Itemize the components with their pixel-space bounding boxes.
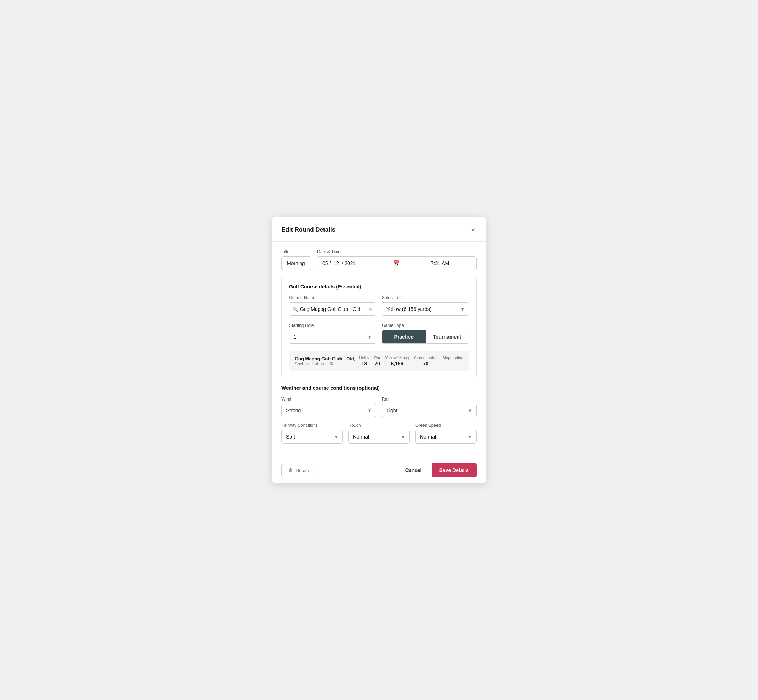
- rough-label: Rough: [348, 423, 410, 428]
- course-info-box: Gog Magog Golf Club - Old, Shelford Bott…: [289, 351, 469, 371]
- course-name-label: Course Name: [289, 295, 376, 300]
- course-tee-row: Course Name 🔍 ✕ Select Tee Yellow (6,156…: [289, 295, 469, 316]
- select-tee-label: Select Tee: [382, 295, 469, 300]
- golf-course-section: Golf Course details (Essential) Course N…: [282, 277, 476, 378]
- time-input[interactable]: [404, 257, 476, 270]
- fairway-label: Fairway Conditions: [282, 423, 343, 428]
- save-details-button[interactable]: Save Details: [432, 463, 477, 477]
- par-label: Par: [374, 356, 380, 360]
- wind-rain-row: Wind Strong ▼ Rain Light ▼: [282, 397, 476, 417]
- slope-rating-value: -: [452, 361, 454, 366]
- calendar-icon-wrap: 📅: [390, 257, 404, 270]
- title-input[interactable]: [282, 256, 312, 270]
- course-rating-value: 70: [423, 361, 429, 366]
- delete-button[interactable]: 🗑 Delete: [282, 464, 316, 477]
- course-info-location: Shelford Bottom, UK: [294, 361, 355, 366]
- datetime-field: Date & Time 📅: [317, 249, 476, 270]
- modal-title: Edit Round Details: [282, 226, 335, 233]
- date-input[interactable]: [318, 257, 390, 270]
- modal-body: Title Date & Time 📅 Golf Course details …: [272, 242, 486, 457]
- course-info-name-block: Gog Magog Golf Club - Old, Shelford Bott…: [294, 356, 355, 366]
- game-type-label: Game Type: [382, 323, 469, 328]
- yards-label: Yards(Yellow): [385, 356, 409, 360]
- green-speed-dropdown[interactable]: Normal: [415, 430, 476, 444]
- slope-rating-label: Slope rating: [442, 356, 464, 360]
- yards-stat: Yards(Yellow) 6,156: [385, 356, 409, 366]
- fairway-field: Fairway Conditions Soft ▼: [282, 423, 343, 444]
- modal-header: Edit Round Details ×: [272, 217, 486, 242]
- golf-course-section-title: Golf Course details (Essential): [289, 284, 469, 289]
- edit-round-modal: Edit Round Details × Title Date & Time 📅: [272, 217, 486, 483]
- course-name-input[interactable]: [289, 302, 376, 316]
- hole-gametype-row: Starting Hole 1 ▼ Game Type Practice Tou…: [289, 323, 469, 344]
- game-type-field: Game Type Practice Tournament: [382, 323, 469, 344]
- course-name-wrap: 🔍 ✕: [289, 302, 376, 316]
- trash-icon: 🗑: [288, 468, 293, 473]
- weather-section-title: Weather and course conditions (optional): [282, 385, 476, 391]
- close-button[interactable]: ×: [469, 225, 476, 235]
- date-time-group: 📅: [317, 256, 476, 270]
- green-speed-label: Green Speed: [415, 423, 476, 428]
- course-rating-label: Course rating: [414, 356, 437, 360]
- rough-select-wrap: Normal ▼: [348, 430, 410, 444]
- modal-footer: 🗑 Delete Cancel Save Details: [272, 457, 486, 483]
- course-rating-stat: Course rating 70: [414, 356, 437, 366]
- wind-select-wrap: Strong ▼: [282, 404, 376, 417]
- tournament-toggle-button[interactable]: Tournament: [426, 330, 469, 343]
- par-stat: Par 70: [374, 356, 380, 366]
- starting-hole-label: Starting Hole: [289, 323, 376, 328]
- slope-rating-stat: Slope rating -: [442, 356, 464, 366]
- title-field: Title: [282, 249, 312, 270]
- starting-hole-wrap: 1 ▼: [289, 330, 376, 344]
- title-label: Title: [282, 249, 312, 254]
- starting-hole-field: Starting Hole 1 ▼: [289, 323, 376, 344]
- wind-dropdown[interactable]: Strong: [282, 404, 376, 417]
- rain-label: Rain: [382, 397, 476, 402]
- cancel-button[interactable]: Cancel: [401, 464, 426, 477]
- datetime-label: Date & Time: [317, 249, 476, 254]
- yards-value: 6,156: [391, 361, 403, 366]
- wind-field: Wind Strong ▼: [282, 397, 376, 417]
- rough-dropdown[interactable]: Normal: [348, 430, 410, 444]
- calendar-icon: 📅: [393, 260, 400, 266]
- par-value: 70: [374, 361, 380, 366]
- starting-hole-dropdown[interactable]: 1: [289, 330, 376, 344]
- practice-toggle-button[interactable]: Practice: [382, 330, 426, 343]
- clear-course-icon[interactable]: ✕: [368, 306, 373, 312]
- fairway-dropdown[interactable]: Soft: [282, 430, 343, 444]
- rough-field: Rough Normal ▼: [348, 423, 410, 444]
- select-tee-field: Select Tee Yellow (6,156 yards) ▼: [382, 295, 469, 316]
- search-icon: 🔍: [293, 306, 298, 312]
- wind-label: Wind: [282, 397, 376, 402]
- select-tee-wrap: Yellow (6,156 yards) ▼: [382, 302, 469, 316]
- course-info-name: Gog Magog Golf Club - Old,: [294, 356, 355, 361]
- holes-label: Holes: [359, 356, 369, 360]
- green-speed-field: Green Speed Normal ▼: [415, 423, 476, 444]
- rain-select-wrap: Light ▼: [382, 404, 476, 417]
- game-type-toggle: Practice Tournament: [382, 330, 469, 344]
- fairway-select-wrap: Soft ▼: [282, 430, 343, 444]
- rain-dropdown[interactable]: Light: [382, 404, 476, 417]
- rain-field: Rain Light ▼: [382, 397, 476, 417]
- select-tee-dropdown[interactable]: Yellow (6,156 yards): [382, 302, 469, 316]
- course-name-field: Course Name 🔍 ✕: [289, 295, 376, 316]
- course-stats: Holes 18 Par 70 Yards(Yellow) 6,156 Cour…: [359, 356, 464, 366]
- holes-value: 18: [362, 361, 367, 366]
- fairway-rough-green-row: Fairway Conditions Soft ▼ Rough Normal: [282, 423, 476, 444]
- delete-label: Delete: [296, 468, 309, 473]
- weather-section: Weather and course conditions (optional)…: [282, 385, 476, 444]
- footer-right: Cancel Save Details: [401, 463, 476, 477]
- green-speed-select-wrap: Normal ▼: [415, 430, 476, 444]
- holes-stat: Holes 18: [359, 356, 369, 366]
- title-datetime-row: Title Date & Time 📅: [282, 249, 476, 270]
